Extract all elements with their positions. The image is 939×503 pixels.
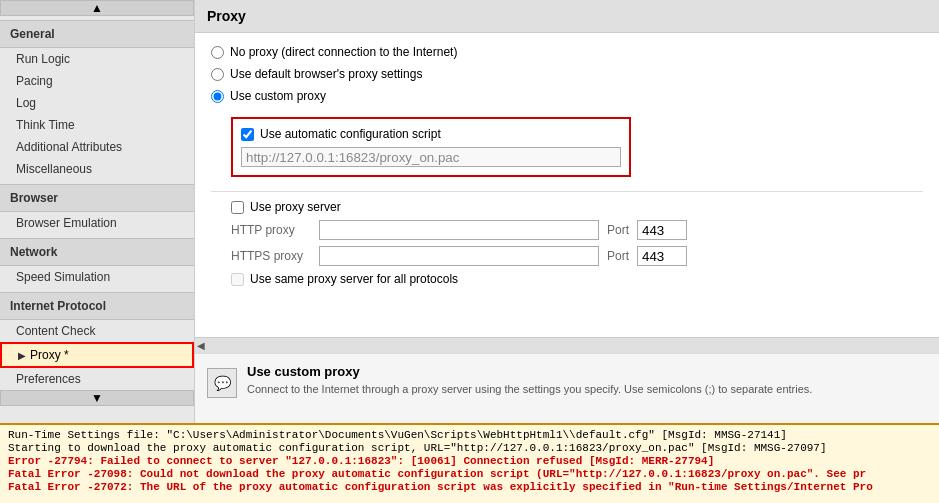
proxy-server-section: Use proxy server HTTP proxy Port HTTPS p… xyxy=(231,200,923,286)
info-text: Use custom proxy Connect to the Internet… xyxy=(247,364,927,413)
content-body: No proxy (direct connection to the Inter… xyxy=(195,33,939,337)
sidebar-item-proxy-label: Proxy * xyxy=(30,348,69,362)
log-line-4: Fatal Error -27098: Could not download t… xyxy=(8,468,931,480)
sidebar-item-log[interactable]: Log xyxy=(0,92,194,114)
sidebar-item-miscellaneous[interactable]: Miscellaneous xyxy=(0,158,194,180)
sidebar-item-proxy[interactable]: ▶ Proxy * xyxy=(0,342,194,368)
use-proxy-server-checkbox[interactable] xyxy=(231,201,244,214)
http-proxy-label: HTTP proxy xyxy=(231,223,311,237)
custom-proxy-box: Use automatic configuration script xyxy=(231,117,631,177)
no-proxy-label[interactable]: No proxy (direct connection to the Inter… xyxy=(230,45,457,59)
sidebar-item-think-time[interactable]: Think Time xyxy=(0,114,194,136)
sidebar: ▲ General Run Logic Pacing Log Think Tim… xyxy=(0,0,195,423)
no-proxy-option: No proxy (direct connection to the Inter… xyxy=(211,45,923,59)
sidebar-section-browser: Browser xyxy=(0,184,194,212)
http-proxy-row: HTTP proxy Port xyxy=(231,220,923,240)
log-line-3: Error -27794: Failed to connect to serve… xyxy=(8,455,931,467)
sidebar-item-preferences[interactable]: Preferences xyxy=(0,368,194,390)
no-proxy-radio[interactable] xyxy=(211,46,224,59)
scroll-left-icon[interactable]: ◀ xyxy=(197,340,205,351)
sidebar-item-pacing[interactable]: Pacing xyxy=(0,70,194,92)
http-port-input[interactable] xyxy=(637,220,687,240)
info-description: Connect to the Internet through a proxy … xyxy=(247,383,927,395)
horizontal-scrollbar[interactable]: ◀ xyxy=(195,337,939,353)
main-container: ▲ General Run Logic Pacing Log Think Tim… xyxy=(0,0,939,423)
use-proxy-server-label[interactable]: Use proxy server xyxy=(250,200,341,214)
info-icon: 💬 xyxy=(207,368,237,398)
log-line-2: Starting to download the proxy automatic… xyxy=(8,442,931,454)
same-proxy-label[interactable]: Use same proxy server for all protocols xyxy=(250,272,458,286)
same-proxy-row: Use same proxy server for all protocols xyxy=(231,272,923,286)
https-proxy-row: HTTPS proxy Port xyxy=(231,246,923,266)
info-panel: 💬 Use custom proxy Connect to the Intern… xyxy=(195,353,939,423)
sidebar-item-speed-simulation[interactable]: Speed Simulation xyxy=(0,266,194,288)
auto-config-label[interactable]: Use automatic configuration script xyxy=(260,127,441,141)
custom-proxy-option: Use custom proxy xyxy=(211,89,923,103)
custom-proxy-radio[interactable] xyxy=(211,90,224,103)
default-proxy-label[interactable]: Use default browser's proxy settings xyxy=(230,67,422,81)
content-area: Proxy No proxy (direct connection to the… xyxy=(195,0,939,423)
https-proxy-label: HTTPS proxy xyxy=(231,249,311,263)
proxy-arrow-icon: ▶ xyxy=(18,350,26,361)
sidebar-section-network: Network xyxy=(0,238,194,266)
default-proxy-option: Use default browser's proxy settings xyxy=(211,67,923,81)
https-port-label: Port xyxy=(607,249,629,263)
log-area: Run-Time Settings file: "C:\Users\Admini… xyxy=(0,423,939,503)
sidebar-item-additional-attributes[interactable]: Additional Attributes xyxy=(0,136,194,158)
auto-config-url-input[interactable] xyxy=(241,147,621,167)
https-port-input[interactable] xyxy=(637,246,687,266)
auto-config-checkbox[interactable] xyxy=(241,128,254,141)
sidebar-section-internet-protocol: Internet Protocol xyxy=(0,292,194,320)
sidebar-scroll-up[interactable]: ▲ xyxy=(0,0,194,16)
section-divider xyxy=(211,191,923,192)
log-line-1: Run-Time Settings file: "C:\Users\Admini… xyxy=(8,429,931,441)
default-proxy-radio[interactable] xyxy=(211,68,224,81)
log-line-5: Fatal Error -27072: The URL of the proxy… xyxy=(8,481,931,493)
http-port-label: Port xyxy=(607,223,629,237)
custom-proxy-label[interactable]: Use custom proxy xyxy=(230,89,326,103)
same-proxy-checkbox[interactable] xyxy=(231,273,244,286)
content-header: Proxy xyxy=(195,0,939,33)
sidebar-scroll-down[interactable]: ▼ xyxy=(0,390,194,406)
https-proxy-input[interactable] xyxy=(319,246,599,266)
auto-config-row: Use automatic configuration script xyxy=(241,127,621,141)
use-proxy-server-row: Use proxy server xyxy=(231,200,923,214)
sidebar-item-content-check[interactable]: Content Check xyxy=(0,320,194,342)
http-proxy-input[interactable] xyxy=(319,220,599,240)
info-title: Use custom proxy xyxy=(247,364,927,379)
sidebar-item-run-logic[interactable]: Run Logic xyxy=(0,48,194,70)
sidebar-item-browser-emulation[interactable]: Browser Emulation xyxy=(0,212,194,234)
sidebar-section-general: General xyxy=(0,20,194,48)
